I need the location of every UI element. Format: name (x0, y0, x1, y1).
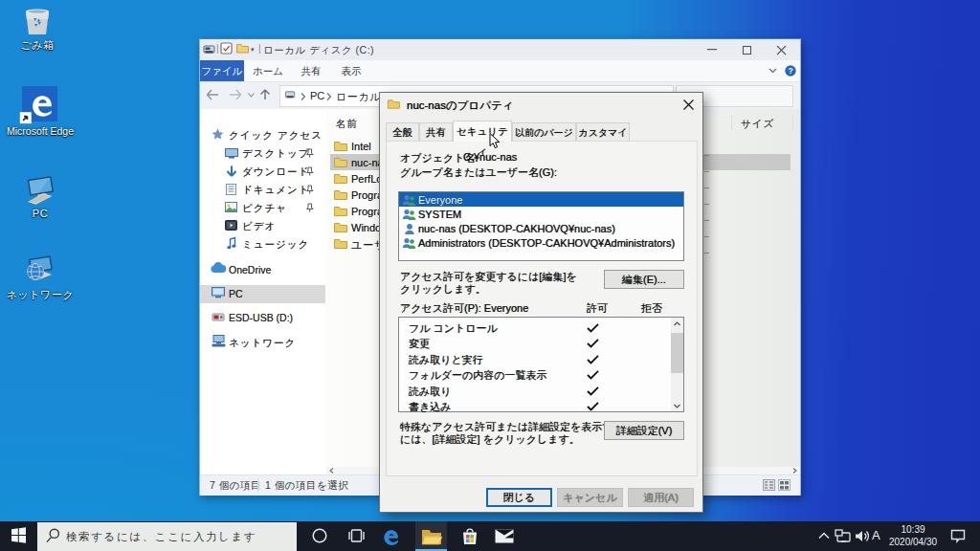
svg-text:?: ? (788, 66, 792, 76)
